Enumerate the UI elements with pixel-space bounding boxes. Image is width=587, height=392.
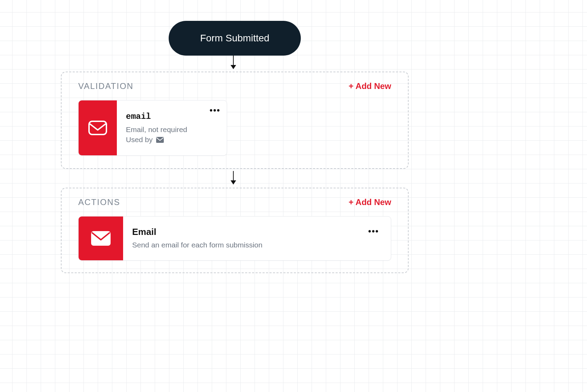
actions-panel: ACTIONS + Add New ••• Email Send an emai… [61, 188, 409, 273]
add-validation-button[interactable]: + Add New [349, 81, 391, 91]
validation-panel: VALIDATION + Add New ••• email Email, no… [61, 72, 409, 169]
trigger-node-form-submitted[interactable]: Form Submitted [169, 21, 301, 56]
actions-panel-title: ACTIONS [78, 197, 120, 207]
validation-card-icon-slot [79, 100, 117, 155]
action-card-description: Send an email for each form submission [132, 239, 382, 251]
action-card-title: Email [132, 227, 382, 237]
svg-rect-2 [91, 231, 111, 246]
envelope-mini-icon [156, 137, 164, 143]
action-card-email[interactable]: ••• Email Send an email for each form su… [78, 216, 391, 261]
envelope-outline-icon [88, 120, 107, 136]
flow-arrow-icon [233, 56, 234, 69]
svg-rect-1 [156, 137, 164, 143]
flow-arrow-icon [233, 171, 234, 184]
workflow-canvas[interactable]: Form Submitted VALIDATION + Add New ••• … [0, 0, 587, 392]
validation-card-menu-button[interactable]: ••• [210, 106, 220, 114]
validation-card-used-by: Used by [126, 136, 219, 144]
used-by-label: Used by [126, 136, 153, 144]
action-card-icon-slot [79, 217, 123, 260]
svg-rect-0 [89, 121, 106, 134]
trigger-label: Form Submitted [200, 33, 269, 44]
validation-panel-header: VALIDATION + Add New [78, 81, 391, 91]
add-action-button[interactable]: + Add New [349, 197, 391, 207]
validation-card-email[interactable]: ••• email Email, not required Used by [78, 100, 227, 156]
action-card-body: ••• Email Send an email for each form su… [123, 217, 391, 260]
validation-panel-title: VALIDATION [78, 81, 134, 91]
actions-panel-header: ACTIONS + Add New [78, 197, 391, 207]
envelope-solid-icon [90, 230, 111, 246]
validation-card-type: Email, not required [126, 124, 219, 135]
validation-card-title: email [126, 112, 219, 121]
action-card-menu-button[interactable]: ••• [368, 227, 379, 235]
validation-card-body: ••• email Email, not required Used by [117, 100, 227, 155]
